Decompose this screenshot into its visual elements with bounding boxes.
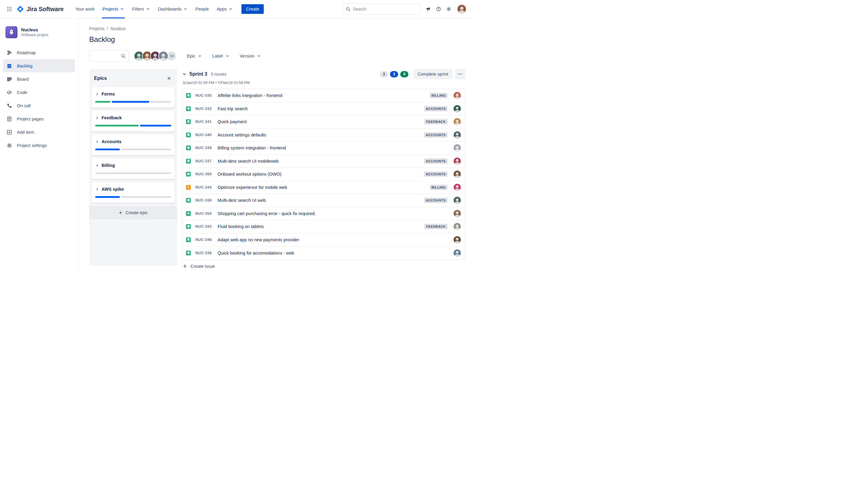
sprint-issue-list: NUC-335 Affelite links integration - fro… bbox=[182, 89, 465, 260]
breadcrumb-item[interactable]: Projects bbox=[89, 26, 105, 31]
sidebar-item[interactable]: Project settings bbox=[3, 139, 75, 152]
epic-card[interactable]: AWS spike bbox=[92, 182, 175, 203]
issue-summary: Multi-dest search UI mobileweb bbox=[218, 159, 421, 164]
status-badge: 0 bbox=[400, 71, 408, 77]
create-issue-button[interactable]: Create issue bbox=[182, 260, 465, 269]
issue-row[interactable]: NUC-342 Fast trip search ACCOUNTS bbox=[182, 102, 465, 116]
issue-row[interactable]: NUC-344 Optimize experience for mobile w… bbox=[182, 181, 465, 194]
epic-card[interactable]: Feedback bbox=[92, 111, 175, 132]
assignee-avatar[interactable] bbox=[454, 170, 461, 178]
nav-item[interactable]: Filters bbox=[128, 0, 154, 18]
issue-row[interactable]: NUC-335 Affelite links integration - fro… bbox=[182, 89, 465, 102]
search-icon bbox=[346, 7, 351, 12]
sidebar-item[interactable]: Project pages bbox=[3, 112, 75, 125]
sidebar-item[interactable]: On-call bbox=[3, 99, 75, 112]
filter-label: Label bbox=[212, 54, 223, 58]
global-search-input[interactable] bbox=[353, 7, 418, 12]
close-icon bbox=[167, 76, 171, 81]
assignee-avatar[interactable] bbox=[454, 236, 461, 243]
issue-row[interactable]: NUC-337 Multi-dest search UI mobileweb A… bbox=[182, 155, 465, 168]
issue-row[interactable]: NUC-338 Multi-dest search UI web ACCOUNT… bbox=[182, 194, 465, 207]
close-epics-panel-button[interactable] bbox=[164, 73, 174, 83]
sprint-name: Sprint 3 bbox=[189, 71, 207, 77]
avatar[interactable] bbox=[158, 51, 168, 61]
assignee-avatar[interactable] bbox=[454, 184, 461, 191]
issue-summary: Quick booking for accomodations - web bbox=[218, 251, 450, 255]
filter-dropdown[interactable]: Epic bbox=[187, 54, 202, 58]
issue-summary: Adapt web app no new payments provider bbox=[218, 238, 450, 242]
issue-summary: Quick payment bbox=[218, 119, 421, 124]
sidebar-item[interactable]: Board bbox=[3, 73, 75, 86]
issue-row[interactable]: NUC-354 Shopping cart purchasing error -… bbox=[182, 207, 465, 221]
assignee-avatar[interactable] bbox=[454, 223, 461, 230]
filter-dropdown[interactable]: Version bbox=[240, 54, 261, 58]
epic-name: Feedback bbox=[101, 115, 122, 120]
sidebar-item-icon bbox=[7, 90, 12, 95]
epic-card-header: Feedback bbox=[95, 115, 171, 120]
nav-item[interactable]: People bbox=[191, 0, 213, 18]
nav-item[interactable]: Your work bbox=[71, 0, 98, 18]
sidebar-item-icon bbox=[7, 143, 12, 148]
epics-panel: Epics Forms bbox=[89, 69, 177, 266]
help-button[interactable] bbox=[433, 4, 444, 14]
collapse-sprint-chevron-icon[interactable] bbox=[182, 72, 187, 77]
app-switcher-button[interactable] bbox=[4, 4, 15, 14]
backlog-search[interactable] bbox=[89, 50, 129, 62]
assignee-avatar[interactable] bbox=[454, 131, 461, 138]
backlog-search-input[interactable] bbox=[93, 54, 118, 58]
nav-item-label: Filters bbox=[132, 7, 144, 12]
epic-card[interactable]: Accounts bbox=[92, 135, 175, 155]
global-search[interactable] bbox=[343, 4, 421, 15]
issue-row[interactable]: NUC-343 Fluid booking on tablets FEEDBAC… bbox=[182, 220, 465, 233]
announcements-button[interactable] bbox=[423, 4, 433, 14]
create-button[interactable]: Create bbox=[241, 4, 264, 14]
issue-row[interactable]: NUC-341 Quick payment FEEDBACK bbox=[182, 115, 465, 129]
issue-row[interactable]: NUC-336 Quick booking for accomodations … bbox=[182, 246, 465, 260]
breadcrumb: ProjectsNucleus bbox=[89, 26, 465, 31]
user-avatar[interactable] bbox=[457, 4, 466, 14]
issue-key: NUC-340 bbox=[195, 133, 214, 137]
chevron-down-icon bbox=[198, 54, 202, 58]
sidebar-item[interactable]: Code bbox=[3, 86, 75, 99]
issue-key: NUC-360 bbox=[195, 172, 214, 176]
issue-row[interactable]: NUC-346 Adapt web app no new payments pr… bbox=[182, 233, 465, 247]
project-avatar bbox=[5, 26, 17, 38]
assignee-avatar[interactable] bbox=[454, 118, 461, 125]
create-epic-button[interactable]: Create epic bbox=[89, 206, 177, 219]
nav-item[interactable]: Apps bbox=[213, 0, 237, 18]
sprint-header: Sprint 3 5 issues 320 Complete sprint bbox=[182, 69, 465, 79]
nav-item[interactable]: Projects bbox=[98, 0, 128, 18]
sprint-more-actions-button[interactable] bbox=[455, 69, 465, 79]
issue-type-icon bbox=[186, 133, 191, 137]
assignee-avatar[interactable] bbox=[454, 197, 461, 204]
epic-card[interactable]: Forms bbox=[92, 87, 175, 108]
breadcrumb-item[interactable]: Nucleus bbox=[105, 26, 126, 31]
issue-summary: Fluid booking on tablets bbox=[218, 224, 421, 229]
assignee-avatar[interactable] bbox=[454, 210, 461, 217]
complete-sprint-button[interactable]: Complete sprint bbox=[413, 69, 453, 79]
assignee-avatar[interactable] bbox=[454, 249, 461, 256]
filter-label: Version bbox=[240, 54, 254, 58]
issue-label-badge: ACCOUNTS bbox=[424, 171, 447, 177]
sidebar-item[interactable]: Roadmap bbox=[3, 46, 75, 59]
filter-dropdown[interactable]: Label bbox=[212, 54, 229, 58]
assignee-avatar[interactable] bbox=[454, 92, 461, 99]
assignee-avatar[interactable] bbox=[454, 157, 461, 165]
issue-summary: Billing system integration - frontend bbox=[218, 146, 450, 150]
project-meta: Nucleus Software project bbox=[21, 27, 48, 37]
issue-row[interactable]: NUC-340 Account settings defaults ACCOUN… bbox=[182, 129, 465, 142]
project-type: Software project bbox=[21, 33, 48, 37]
issue-type-icon bbox=[186, 172, 191, 176]
issue-row[interactable]: NUC-360 Onboard workout options (OWO) AC… bbox=[182, 168, 465, 181]
nav-item[interactable]: Dashboards bbox=[154, 0, 191, 18]
assignee-avatar[interactable] bbox=[454, 144, 461, 152]
sidebar-item[interactable]: Add item bbox=[3, 126, 75, 138]
sidebar-item-icon bbox=[7, 103, 12, 109]
settings-button[interactable] bbox=[444, 4, 454, 14]
assignee-avatar[interactable] bbox=[454, 105, 461, 112]
sidebar-item[interactable]: Backlog bbox=[3, 59, 75, 72]
help-icon bbox=[436, 7, 441, 12]
issue-row[interactable]: NUC-339 Billing system integration - fro… bbox=[182, 141, 465, 155]
jira-logo[interactable]: Jira Software bbox=[16, 5, 63, 13]
epic-card[interactable]: Billing bbox=[92, 158, 175, 179]
